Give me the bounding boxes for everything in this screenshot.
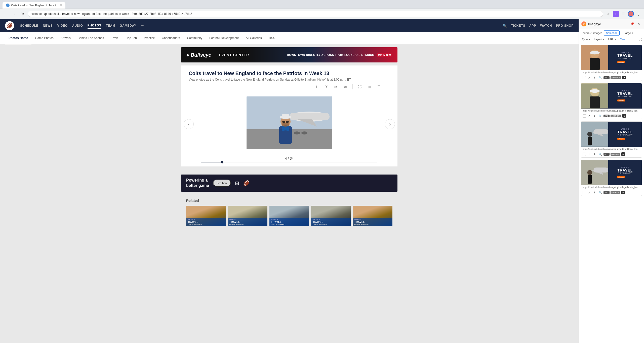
nav-item-video[interactable]: VIDEO xyxy=(57,23,68,28)
image-download-button-4[interactable]: ⬇ xyxy=(592,190,597,195)
profile-avatar[interactable] xyxy=(628,11,634,17)
svg-point-26 xyxy=(587,132,592,137)
image-search-button-2[interactable]: 🔍 xyxy=(598,114,602,118)
image-format-badge-2: JPG xyxy=(603,115,610,117)
subnav-football-dev[interactable]: Football Development xyxy=(206,32,242,44)
image-download-button-1[interactable]: ⬇ xyxy=(592,75,597,80)
related-card-3[interactable]: WEEK 8 TRAVEL PHOTO GALLERY xyxy=(269,206,309,226)
svg-point-14 xyxy=(301,131,307,134)
subnav-rss[interactable]: RSS xyxy=(265,32,279,44)
prev-image-button[interactable]: ‹ xyxy=(184,119,194,129)
share-email-button[interactable]: ✉ xyxy=(332,83,339,90)
svg-point-21 xyxy=(590,89,600,93)
subnav-practice[interactable]: Practice xyxy=(140,32,158,44)
image-download-button-2[interactable]: ⬇ xyxy=(592,114,597,118)
svg-rect-25 xyxy=(593,129,608,134)
url-dropdown[interactable]: URL ▼ xyxy=(607,37,617,42)
gallery-container: Colts travel to New England to face the … xyxy=(181,65,397,172)
image-more-button-4[interactable]: ■ xyxy=(621,191,625,194)
nav-item-audio[interactable]: AUDIO xyxy=(72,23,83,28)
layout-dropdown[interactable]: Layout ▼ xyxy=(593,37,606,42)
image-more-button-1[interactable]: ■ xyxy=(622,76,626,79)
subnav-community[interactable]: Community xyxy=(183,32,206,44)
nav-item-team[interactable]: TEAM xyxy=(106,23,115,28)
image-open-button-1[interactable]: ↗ xyxy=(587,75,591,80)
image-open-button-4[interactable]: ↗ xyxy=(587,190,591,195)
svg-rect-18 xyxy=(590,58,600,70)
nav-tickets[interactable]: TICKETS xyxy=(511,24,525,27)
subnav-arrivals[interactable]: Arrivals xyxy=(57,32,74,44)
related-card-4[interactable]: WEEK 8 TRAVEL PHOTO GALLERY xyxy=(311,206,351,226)
nav-reload-button[interactable]: ↻ xyxy=(19,10,26,17)
extension-icon[interactable]: I xyxy=(613,11,619,17)
tab-close-icon[interactable]: × xyxy=(60,4,62,7)
progress-dot xyxy=(221,161,223,163)
menu-button[interactable]: ⋮ xyxy=(635,10,642,17)
main-photo-svg xyxy=(247,96,332,149)
nav-back-button[interactable]: ← xyxy=(2,10,9,17)
related-card-4-label: WEEK 8 TRAVEL PHOTO GALLERY xyxy=(311,218,351,226)
nav-item-photos[interactable]: PHOTOS xyxy=(88,23,101,29)
banner-logo-text: ● Bullseye xyxy=(186,52,211,58)
subnav-game-photos[interactable]: Game Photos xyxy=(31,32,57,44)
url-text: colts.com/photos/colts-travel-to-new-eng… xyxy=(31,12,599,16)
nav-app[interactable]: APP xyxy=(529,24,536,27)
related-card-1[interactable]: WEEK 9 TRAVEL PHOTO GALLERY xyxy=(186,206,226,226)
image-size-badge-3: 840×472 xyxy=(611,153,620,156)
type-dropdown[interactable]: Type ▼ xyxy=(581,37,591,42)
imageye-pin-button[interactable]: 📌 xyxy=(629,21,635,27)
next-image-button[interactable]: › xyxy=(385,119,395,129)
share-facebook-button[interactable]: f xyxy=(313,83,320,90)
subnav-cheerleaders[interactable]: Cheerleaders xyxy=(158,32,183,44)
grid-view-button[interactable]: ⊞ xyxy=(366,83,373,90)
image-checkbox-3[interactable] xyxy=(583,153,586,156)
ad-banner[interactable]: Powering a better game See how ⊞ 🏈 xyxy=(181,175,397,192)
image-checkbox-4[interactable] xyxy=(583,191,586,194)
related-card-5[interactable]: WEEK 8 TRAVEL PHOTO GALLERY xyxy=(353,206,392,226)
image-open-button-3[interactable]: ↗ xyxy=(587,152,591,156)
image-search-button-1[interactable]: 🔍 xyxy=(598,75,602,80)
browser-tab[interactable]: Colts travel to New England to face the … xyxy=(3,2,65,9)
image-checkbox-2[interactable] xyxy=(583,114,586,118)
image-download-button-3[interactable]: ⬇ xyxy=(592,152,597,156)
subnav-top-ten[interactable]: Top Ten xyxy=(123,32,140,44)
image-thumb-left-4 xyxy=(581,160,608,185)
bookmark-button[interactable]: ☆ xyxy=(605,10,612,17)
clear-button[interactable]: Clear xyxy=(619,37,627,42)
ad-see-how-button[interactable]: See how xyxy=(213,180,231,187)
subnav-travel[interactable]: Travel xyxy=(107,32,123,44)
extensions-button[interactable]: ☰ xyxy=(620,10,627,17)
subnav-photos-home[interactable]: Photos Home xyxy=(5,32,31,44)
nav-forward-button[interactable]: → xyxy=(11,10,18,17)
image-open-button-2[interactable]: ↗ xyxy=(587,114,591,118)
nav-item-news[interactable]: NEWS xyxy=(43,23,53,28)
related-card-2[interactable]: WEEK 8 TRAVEL PHOTO GALLERY xyxy=(228,206,268,226)
image-search-button-4[interactable]: 🔍 xyxy=(598,190,602,195)
search-icon[interactable]: 🔍 xyxy=(503,24,507,28)
nav-watch[interactable]: WATCH xyxy=(540,24,552,27)
main-photo xyxy=(247,96,332,149)
site-logo[interactable]: 🏈 xyxy=(5,21,14,30)
copy-link-button[interactable]: ⧉ xyxy=(342,83,349,90)
subnav-behind-scenes[interactable]: Behind The Scenes xyxy=(74,32,108,44)
address-bar[interactable]: colts.com/photos/colts-travel-to-new-eng… xyxy=(28,11,603,17)
url-dropdown-arrow: ▼ xyxy=(614,38,616,41)
image-checkbox-1[interactable] xyxy=(583,76,586,79)
nav-item-schedule[interactable]: SCHEDULE xyxy=(20,23,38,28)
subnav-all-galleries[interactable]: All Galleries xyxy=(242,32,265,44)
nav-more-button[interactable]: ··· xyxy=(141,23,144,28)
nav-item-gameday[interactable]: GAMEDAY xyxy=(120,23,136,28)
list-view-button[interactable]: ☰ xyxy=(375,83,382,90)
share-twitter-button[interactable]: 𝕏 xyxy=(323,83,330,90)
banner-more-info-button[interactable]: MORE INFO xyxy=(377,53,392,57)
fullscreen-button[interactable]: ⛶ xyxy=(356,83,363,90)
nav-proshop[interactable]: PRO SHOP xyxy=(556,24,574,27)
imageye-close-button[interactable]: ✕ xyxy=(636,21,641,27)
image-search-button-3[interactable]: 🔍 xyxy=(598,152,602,156)
image-more-button-3[interactable]: ■ xyxy=(621,152,625,156)
select-all-button[interactable]: Select all xyxy=(604,30,620,36)
top-banner-ad[interactable]: ● Bullseye EVENT CENTER DOWNTOWN DIRECTL… xyxy=(181,47,397,62)
imageye-fullscreen-button[interactable]: ⛶ xyxy=(639,38,642,41)
image-more-button-2[interactable]: ■ xyxy=(622,114,626,118)
size-dropdown[interactable]: Large ▼ xyxy=(623,31,634,35)
